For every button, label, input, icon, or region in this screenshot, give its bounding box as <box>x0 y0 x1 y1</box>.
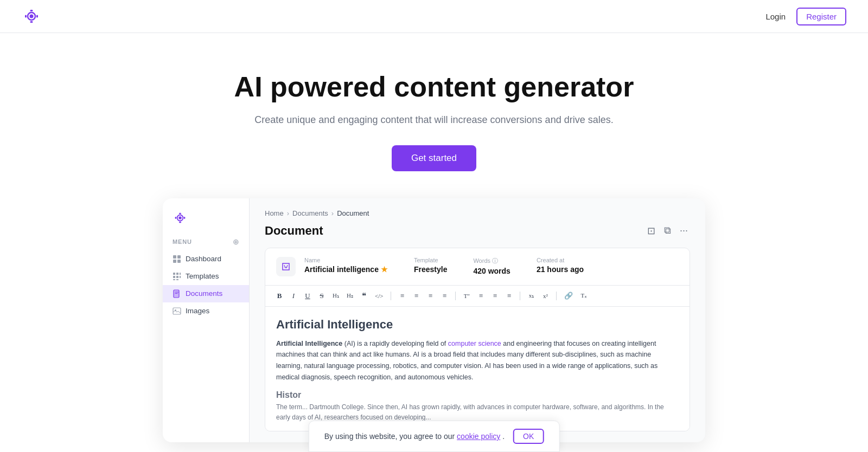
breadcrumb-documents[interactable]: Documents <box>292 209 328 217</box>
para-bold: Artificial Intelligence <box>276 340 342 347</box>
toolbar-sep2 <box>455 292 456 300</box>
breadcrumb-home[interactable]: Home <box>265 209 284 217</box>
sidebar-item-templates-label: Templates <box>186 272 219 280</box>
svg-rect-4 <box>30 21 33 23</box>
more-button[interactable]: ··· <box>678 223 690 238</box>
toolbar-sep4 <box>556 292 557 300</box>
meta-template-value: Freestyle <box>414 265 447 274</box>
breadcrumb-current: Document <box>337 209 369 217</box>
toolbar-sep3 <box>520 292 520 300</box>
editor-history-para: The term... Dartmouth College. Since the… <box>276 402 679 423</box>
sidebar-logo[interactable] <box>163 207 249 235</box>
toolbar-indent[interactable]: T" <box>461 292 472 300</box>
svg-rect-21 <box>176 276 178 278</box>
svg-rect-9 <box>179 212 181 214</box>
sidebar-item-templates[interactable]: Templates <box>163 268 249 285</box>
breadcrumb-sep2: › <box>331 209 334 217</box>
toolbar-h1[interactable]: H₁ <box>330 291 341 300</box>
toolbar-quote[interactable]: ❝ <box>359 290 369 302</box>
app-shell: MENU ⊕ Dashboard <box>163 198 705 442</box>
meta-template-label: Template <box>414 257 447 263</box>
hero-title: AI powered content generator <box>22 71 846 104</box>
sidebar-menu-header: MENU ⊕ <box>163 235 249 250</box>
copy-button[interactable]: ⧉ <box>662 223 673 238</box>
login-button[interactable]: Login <box>765 12 786 21</box>
breadcrumb: Home › Documents › Document <box>265 209 690 217</box>
meta-template: Template Freestyle <box>414 257 447 275</box>
toolbar-align-left[interactable]: ≡ <box>397 290 407 301</box>
meta-created-label: Created at <box>537 257 584 263</box>
meta-created-value: 21 hours ago <box>537 265 584 274</box>
page-actions: ⊡ ⧉ ··· <box>645 223 690 239</box>
svg-rect-14 <box>177 255 181 259</box>
svg-rect-3 <box>30 10 33 11</box>
sidebar-item-dashboard[interactable]: Dashboard <box>163 250 249 268</box>
hero-subtitle: Create unique and engaging content that … <box>22 114 846 126</box>
doc-meta-fields: Name Artificial intelligence ★ Template … <box>304 257 679 275</box>
editor-toolbar: B I U S H₁ H₂ ❝ </> ≡ ≡ ≡ ≡ T" ≡ ≡ <box>265 286 690 307</box>
get-started-button[interactable]: Get started <box>392 145 476 171</box>
svg-rect-12 <box>184 217 185 219</box>
images-icon <box>173 307 181 315</box>
computer-science-link[interactable]: computer science <box>448 340 501 347</box>
toolbar-strikethrough[interactable]: S <box>316 290 327 301</box>
svg-rect-13 <box>173 255 176 259</box>
editor-history-heading: Histor <box>276 390 679 400</box>
toolbar-align-justify[interactable]: ≡ <box>439 290 450 301</box>
editor-heading: Artificial Intelligence <box>276 318 679 332</box>
toolbar-clear[interactable]: Tₓ <box>578 291 589 300</box>
toolbar-subscript[interactable]: x₁ <box>526 291 537 300</box>
svg-rect-18 <box>176 273 178 275</box>
svg-rect-24 <box>176 279 178 280</box>
svg-rect-28 <box>175 293 178 294</box>
doc-meta-icon <box>276 257 296 276</box>
breadcrumb-sep1: › <box>287 209 289 217</box>
main-content: Home › Documents › Document Document ⊡ ⧉… <box>250 198 705 442</box>
cookie-ok-button[interactable]: OK <box>513 429 544 444</box>
cookie-policy-link[interactable]: cookie policy <box>457 432 500 441</box>
expand-button[interactable]: ⊡ <box>645 223 658 239</box>
documents-icon <box>173 289 181 298</box>
toolbar-align-right[interactable]: ≡ <box>425 290 436 301</box>
meta-words-value: 420 words <box>473 267 510 275</box>
sidebar-menu-label: MENU <box>173 238 192 245</box>
toolbar-list1[interactable]: ≡ <box>475 290 486 301</box>
editor-content: Artificial Intelligence Artificial Intel… <box>265 307 690 431</box>
star-icon[interactable]: ★ <box>381 265 388 274</box>
sidebar-item-dashboard-label: Dashboard <box>186 255 221 263</box>
toolbar-h2[interactable]: H₂ <box>344 291 355 300</box>
hero-section: AI powered content generator Create uniq… <box>0 33 868 198</box>
svg-rect-17 <box>173 273 175 275</box>
sidebar-item-documents[interactable]: Documents <box>163 285 249 302</box>
app-preview: MENU ⊕ Dashboard <box>0 198 868 452</box>
svg-rect-23 <box>173 279 175 280</box>
toolbar-align-center[interactable]: ≡ <box>411 290 422 301</box>
register-button[interactable]: Register <box>796 8 846 25</box>
ai-icon <box>281 262 291 272</box>
sidebar-item-documents-label: Documents <box>186 289 222 298</box>
svg-rect-16 <box>177 260 181 263</box>
svg-rect-19 <box>180 273 181 275</box>
meta-words-label: Words ⓘ <box>473 257 510 265</box>
settings-icon[interactable]: ⊕ <box>233 237 239 246</box>
svg-rect-10 <box>179 222 181 223</box>
svg-rect-22 <box>180 276 181 278</box>
toolbar-list2[interactable]: ≡ <box>489 290 500 301</box>
logo[interactable] <box>22 7 41 26</box>
toolbar-code[interactable]: </> <box>373 292 385 300</box>
svg-rect-5 <box>25 15 27 18</box>
dashboard-icon <box>173 255 181 263</box>
toolbar-sep1 <box>391 292 391 300</box>
toolbar-list3[interactable]: ≡ <box>503 290 514 301</box>
sidebar: MENU ⊕ Dashboard <box>163 198 250 442</box>
toolbar-italic[interactable]: I <box>288 290 299 301</box>
sidebar-item-images[interactable]: Images <box>163 302 249 320</box>
svg-point-8 <box>178 216 181 219</box>
svg-rect-11 <box>175 217 176 219</box>
toolbar-superscript[interactable]: x² <box>540 292 551 300</box>
toolbar-underline[interactable]: U <box>302 290 313 301</box>
toolbar-bold[interactable]: B <box>274 290 285 301</box>
cookie-text: By using this website, you agree to our … <box>324 432 505 441</box>
editor-para1: Artificial Intelligence (AI) is a rapidl… <box>276 338 679 383</box>
toolbar-link[interactable]: 🔗 <box>562 290 575 301</box>
